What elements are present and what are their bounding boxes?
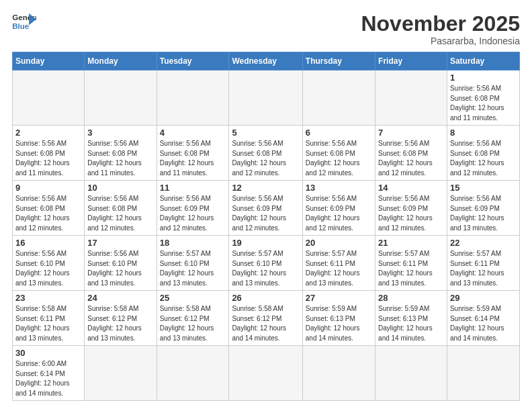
- day-info: Sunrise: 5:58 AM Sunset: 6:12 PM Dayligh…: [232, 304, 299, 343]
- calendar-day-cell: [85, 71, 157, 126]
- calendar-day-cell: 8Sunrise: 5:56 AM Sunset: 6:08 PM Daylig…: [447, 126, 519, 181]
- day-info: Sunrise: 5:56 AM Sunset: 6:08 PM Dayligh…: [306, 139, 372, 178]
- day-number: 15: [450, 183, 517, 193]
- calendar-day-cell: 27Sunrise: 5:59 AM Sunset: 6:13 PM Dayli…: [302, 291, 375, 346]
- calendar-day-cell: 14Sunrise: 5:56 AM Sunset: 6:09 PM Dayli…: [375, 181, 447, 236]
- calendar-day-header: Sunday: [13, 52, 85, 71]
- calendar-day-cell: 2Sunrise: 5:56 AM Sunset: 6:08 PM Daylig…: [13, 126, 85, 181]
- calendar-day-header: Friday: [375, 52, 447, 71]
- day-number: 30: [15, 348, 81, 358]
- calendar-day-cell: [302, 346, 375, 401]
- day-info: Sunrise: 5:56 AM Sunset: 6:08 PM Dayligh…: [450, 139, 517, 178]
- calendar: SundayMondayTuesdayWednesdayThursdayFrid…: [12, 52, 520, 401]
- day-info: Sunrise: 5:57 AM Sunset: 6:11 PM Dayligh…: [306, 249, 372, 288]
- day-info: Sunrise: 5:59 AM Sunset: 6:13 PM Dayligh…: [378, 304, 444, 343]
- day-info: Sunrise: 5:56 AM Sunset: 6:08 PM Dayligh…: [160, 139, 226, 178]
- day-number: 9: [15, 183, 81, 193]
- calendar-week-row: 16Sunrise: 5:56 AM Sunset: 6:10 PM Dayli…: [13, 236, 520, 291]
- day-info: Sunrise: 5:56 AM Sunset: 6:08 PM Dayligh…: [378, 139, 444, 178]
- calendar-day-cell: 26Sunrise: 5:58 AM Sunset: 6:12 PM Dayli…: [229, 291, 302, 346]
- calendar-day-cell: 23Sunrise: 5:58 AM Sunset: 6:11 PM Dayli…: [13, 291, 85, 346]
- day-info: Sunrise: 5:56 AM Sunset: 6:08 PM Dayligh…: [87, 139, 153, 178]
- calendar-day-cell: 21Sunrise: 5:57 AM Sunset: 6:11 PM Dayli…: [375, 236, 447, 291]
- calendar-day-cell: [375, 346, 447, 401]
- calendar-day-cell: 16Sunrise: 5:56 AM Sunset: 6:10 PM Dayli…: [13, 236, 85, 291]
- day-info: Sunrise: 5:58 AM Sunset: 6:12 PM Dayligh…: [160, 304, 226, 343]
- calendar-day-cell: [157, 346, 229, 401]
- day-info: Sunrise: 6:00 AM Sunset: 6:14 PM Dayligh…: [15, 359, 81, 398]
- calendar-week-row: 9Sunrise: 5:56 AM Sunset: 6:08 PM Daylig…: [13, 181, 520, 236]
- calendar-day-cell: 1Sunrise: 5:56 AM Sunset: 6:08 PM Daylig…: [447, 71, 519, 126]
- day-number: 18: [160, 238, 226, 248]
- day-number: 12: [232, 183, 299, 193]
- day-number: 8: [450, 128, 517, 138]
- day-info: Sunrise: 5:56 AM Sunset: 6:08 PM Dayligh…: [15, 139, 81, 178]
- calendar-day-cell: 4Sunrise: 5:56 AM Sunset: 6:08 PM Daylig…: [157, 126, 229, 181]
- calendar-day-cell: [229, 346, 302, 401]
- day-info: Sunrise: 5:56 AM Sunset: 6:10 PM Dayligh…: [15, 249, 81, 288]
- day-number: 23: [15, 293, 81, 303]
- calendar-day-cell: 22Sunrise: 5:57 AM Sunset: 6:11 PM Dayli…: [447, 236, 519, 291]
- day-info: Sunrise: 5:56 AM Sunset: 6:10 PM Dayligh…: [87, 249, 153, 288]
- day-number: 27: [306, 293, 372, 303]
- calendar-day-cell: [447, 346, 519, 401]
- calendar-week-row: 2Sunrise: 5:56 AM Sunset: 6:08 PM Daylig…: [13, 126, 520, 181]
- calendar-day-cell: 30Sunrise: 6:00 AM Sunset: 6:14 PM Dayli…: [13, 346, 85, 401]
- day-info: Sunrise: 5:57 AM Sunset: 6:11 PM Dayligh…: [450, 249, 517, 288]
- calendar-day-cell: 13Sunrise: 5:56 AM Sunset: 6:09 PM Dayli…: [302, 181, 375, 236]
- day-info: Sunrise: 5:56 AM Sunset: 6:09 PM Dayligh…: [232, 194, 299, 233]
- day-number: 14: [378, 183, 444, 193]
- day-info: Sunrise: 5:57 AM Sunset: 6:11 PM Dayligh…: [378, 249, 444, 288]
- calendar-day-cell: [157, 71, 229, 126]
- calendar-day-cell: 24Sunrise: 5:58 AM Sunset: 6:12 PM Dayli…: [85, 291, 157, 346]
- calendar-day-cell: 9Sunrise: 5:56 AM Sunset: 6:08 PM Daylig…: [13, 181, 85, 236]
- header: General Blue November 2025 Pasararba, In…: [12, 12, 520, 46]
- logo-icon: General Blue: [12, 12, 36, 34]
- day-info: Sunrise: 5:56 AM Sunset: 6:08 PM Dayligh…: [450, 84, 517, 123]
- calendar-header-row: SundayMondayTuesdayWednesdayThursdayFrid…: [13, 52, 520, 71]
- day-number: 3: [87, 128, 153, 138]
- day-info: Sunrise: 5:56 AM Sunset: 6:08 PM Dayligh…: [232, 139, 299, 178]
- day-info: Sunrise: 5:59 AM Sunset: 6:13 PM Dayligh…: [306, 304, 372, 343]
- calendar-day-cell: 5Sunrise: 5:56 AM Sunset: 6:08 PM Daylig…: [229, 126, 302, 181]
- day-info: Sunrise: 5:57 AM Sunset: 6:10 PM Dayligh…: [160, 249, 226, 288]
- day-number: 7: [378, 128, 444, 138]
- logo: General Blue: [12, 12, 36, 34]
- calendar-day-cell: 19Sunrise: 5:57 AM Sunset: 6:10 PM Dayli…: [229, 236, 302, 291]
- calendar-day-cell: 11Sunrise: 5:56 AM Sunset: 6:09 PM Dayli…: [157, 181, 229, 236]
- day-number: 26: [232, 293, 299, 303]
- calendar-day-cell: [85, 346, 157, 401]
- calendar-day-cell: [229, 71, 302, 126]
- day-number: 21: [378, 238, 444, 248]
- day-number: 10: [87, 183, 153, 193]
- calendar-day-cell: 6Sunrise: 5:56 AM Sunset: 6:08 PM Daylig…: [302, 126, 375, 181]
- calendar-day-cell: 12Sunrise: 5:56 AM Sunset: 6:09 PM Dayli…: [229, 181, 302, 236]
- calendar-day-cell: [302, 71, 375, 126]
- calendar-week-row: 23Sunrise: 5:58 AM Sunset: 6:11 PM Dayli…: [13, 291, 520, 346]
- calendar-day-cell: 20Sunrise: 5:57 AM Sunset: 6:11 PM Dayli…: [302, 236, 375, 291]
- calendar-day-cell: 25Sunrise: 5:58 AM Sunset: 6:12 PM Dayli…: [157, 291, 229, 346]
- calendar-day-cell: 10Sunrise: 5:56 AM Sunset: 6:08 PM Dayli…: [85, 181, 157, 236]
- svg-text:Blue: Blue: [12, 22, 30, 30]
- calendar-day-cell: [375, 71, 447, 126]
- calendar-week-row: 1Sunrise: 5:56 AM Sunset: 6:08 PM Daylig…: [13, 71, 520, 126]
- day-number: 19: [232, 238, 299, 248]
- calendar-day-header: Wednesday: [229, 52, 302, 71]
- day-number: 29: [450, 293, 517, 303]
- day-info: Sunrise: 5:56 AM Sunset: 6:08 PM Dayligh…: [15, 194, 81, 233]
- calendar-day-header: Tuesday: [157, 52, 229, 71]
- calendar-day-cell: 15Sunrise: 5:56 AM Sunset: 6:09 PM Dayli…: [447, 181, 519, 236]
- calendar-day-cell: 18Sunrise: 5:57 AM Sunset: 6:10 PM Dayli…: [157, 236, 229, 291]
- calendar-day-cell: 29Sunrise: 5:59 AM Sunset: 6:14 PM Dayli…: [447, 291, 519, 346]
- day-info: Sunrise: 5:56 AM Sunset: 6:08 PM Dayligh…: [87, 194, 153, 233]
- day-number: 11: [160, 183, 226, 193]
- day-number: 16: [15, 238, 81, 248]
- calendar-day-cell: 17Sunrise: 5:56 AM Sunset: 6:10 PM Dayli…: [85, 236, 157, 291]
- day-info: Sunrise: 5:58 AM Sunset: 6:11 PM Dayligh…: [15, 304, 81, 343]
- calendar-day-header: Monday: [85, 52, 157, 71]
- day-info: Sunrise: 5:56 AM Sunset: 6:09 PM Dayligh…: [160, 194, 226, 233]
- day-number: 6: [306, 128, 372, 138]
- day-info: Sunrise: 5:56 AM Sunset: 6:09 PM Dayligh…: [450, 194, 517, 233]
- calendar-day-header: Thursday: [302, 52, 375, 71]
- day-number: 25: [160, 293, 226, 303]
